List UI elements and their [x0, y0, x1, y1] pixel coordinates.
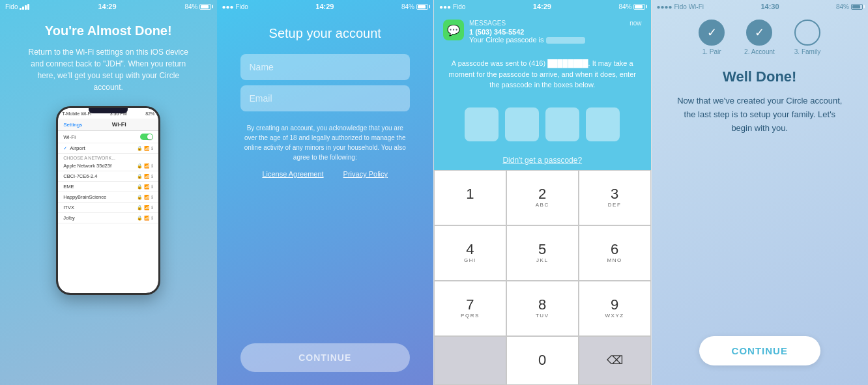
time-4: 14:30: [760, 3, 779, 10]
step-2-circle: ✓: [746, 20, 772, 46]
phone-notch: [89, 108, 128, 113]
key-9[interactable]: 9 WXYZ: [579, 281, 651, 336]
checkmark-icon: ✓: [63, 146, 67, 151]
choose-network-label: CHOOSE A NETWORK...: [58, 154, 158, 161]
email-input[interactable]: [240, 85, 411, 111]
time-3: 14:29: [533, 3, 551, 10]
panel2-content: Setup your account By creating an accoun…: [217, 13, 434, 385]
time-2: 14:29: [315, 3, 334, 10]
carrier-1: Fido: [5, 3, 18, 10]
battery-pct-2: 84%: [401, 3, 414, 10]
step-3-circle: [794, 20, 820, 46]
passcode-box-2: [505, 107, 539, 141]
passcode-info: A passcode was sent to (416) ████████. I…: [434, 50, 651, 98]
network-item-4: ITVX 🔒 📶 ℹ: [58, 203, 158, 213]
battery-pct-3: 84%: [618, 3, 631, 10]
key-2[interactable]: 2 ABC: [506, 170, 579, 225]
battery-icon-4: [851, 4, 863, 10]
battery-icon-1: [199, 4, 211, 10]
continue-button-4[interactable]: CONTINUE: [699, 336, 820, 365]
status-right-3: 84%: [618, 3, 645, 10]
airport-label: Airport: [70, 145, 85, 151]
phone-screen: T-Mobile Wi-Fi 3:30 PM 82% Settings Wi-F…: [58, 108, 158, 293]
signal-1: [20, 4, 29, 10]
passcode-box-1: [465, 107, 499, 141]
links-row: License Agreement Privacy Policy: [262, 170, 388, 178]
name-input[interactable]: [240, 54, 411, 80]
key-4[interactable]: 4 GHI: [434, 225, 506, 281]
key-6[interactable]: 6 MNO: [579, 225, 651, 281]
notif-time: now: [629, 20, 641, 27]
panel2-title: Setup your account: [269, 26, 381, 41]
status-bar-3: ●●● Fido 14:29 84%: [434, 0, 651, 13]
status-right-4: 84%: [836, 3, 863, 10]
notif-header: MESSAGES now: [469, 20, 642, 27]
notification-banner: 💬 MESSAGES now 1 (503) 345-5542 Your Cir…: [434, 13, 651, 50]
step-account: ✓ 2. Account: [744, 20, 775, 55]
delete-icon: ⌫: [607, 353, 623, 367]
status-right-1: 84%: [184, 3, 211, 10]
resend-link[interactable]: Didn't get a passcode?: [434, 150, 651, 170]
status-bar-1: Fido 14:29 84%: [0, 0, 217, 13]
step-2-label: 2. Account: [744, 48, 775, 55]
license-link[interactable]: License Agreement: [262, 170, 323, 178]
panel4-body: Now that we've created your Circle accou…: [675, 94, 845, 135]
continue-button-2[interactable]: CONTINUE: [240, 343, 411, 372]
passcode-boxes: [434, 98, 651, 150]
airport-row: ✓ Airport 🔒 📶 ℹ: [58, 143, 158, 154]
key-delete[interactable]: ⌫: [579, 336, 651, 385]
panel4-title: Well Done!: [723, 68, 796, 85]
step-1-circle: ✓: [699, 20, 725, 46]
step-3-label: 3. Family: [794, 48, 821, 55]
key-8[interactable]: 8 TUV: [506, 281, 579, 336]
battery-pct-4: 84%: [836, 3, 849, 10]
messages-icon: 💬: [443, 20, 464, 40]
carrier-2: ●●● Fido: [222, 3, 248, 10]
carrier-3: ●●● Fido: [439, 3, 465, 10]
key-1[interactable]: 1: [434, 170, 506, 225]
network-item-3: HappyBrainScience 🔒 📶 ℹ: [58, 192, 158, 203]
key-7[interactable]: 7 PQRS: [434, 281, 506, 336]
wifi-toggle-row: Wi-Fi: [58, 131, 158, 143]
keypad: 1 2 ABC 3 DEF 4 GHI 5 JKL 6 MNO 7 PQRS 8: [434, 170, 651, 385]
key-5[interactable]: 5 JKL: [506, 225, 579, 281]
step-1-label: 1. Pair: [702, 48, 721, 55]
ios-battery: 82%: [145, 111, 154, 116]
step-pair: ✓ 1. Pair: [699, 20, 725, 55]
network-item-2: EME 🔒 📶 ℹ: [58, 182, 158, 192]
battery-pct-1: 84%: [184, 3, 197, 10]
ios-back: Settings: [63, 122, 82, 128]
privacy-link[interactable]: Privacy Policy: [343, 170, 388, 178]
notif-app-name: MESSAGES: [469, 20, 506, 27]
wifi-toggle-switch: [140, 134, 153, 140]
panel1-title: You're Almost Done!: [45, 23, 172, 38]
notif-sender: 1 (503) 345-5542: [469, 28, 642, 36]
status-left-4: ●●●● Fido Wi-Fi: [657, 3, 704, 10]
panel-almost-done: Fido 14:29 84% You're Almost Done! Retur…: [0, 0, 217, 385]
network-item-1: CBCI-7CE6-2.4 🔒 📶 ℹ: [58, 171, 158, 182]
status-bar-4: ●●●● Fido Wi-Fi 14:30 84%: [652, 0, 869, 13]
panel-well-done: ●●●● Fido Wi-Fi 14:30 84% ✓ 1. Pair ✓ 2.…: [652, 0, 869, 385]
step-family: 3. Family: [794, 20, 821, 55]
panel-passcode: ●●● Fido 14:29 84% 💬 MESSAGES now 1 (503…: [433, 0, 652, 385]
status-bar-2: ●●● Fido 14:29 84%: [217, 0, 434, 13]
key-0[interactable]: 0: [506, 336, 579, 385]
notification-content: MESSAGES now 1 (503) 345-5542 Your Circl…: [469, 20, 642, 44]
network-item-0: Apple Network 35d23f 🔒 📶 ℹ: [58, 161, 158, 171]
status-left-3: ●●● Fido: [439, 3, 465, 10]
time-1: 14:29: [98, 3, 116, 10]
panel1-subtitle: Return to the Wi-Fi settings on this iOS…: [23, 46, 193, 93]
key-empty: [434, 336, 506, 385]
disclaimer-text: By creating an account, you acknowledge …: [240, 123, 411, 162]
passcode-box-3: [545, 107, 579, 141]
ios-wifi-title: Wi-Fi: [85, 121, 153, 128]
status-left-1: Fido: [5, 3, 29, 10]
wifi-label: Wi-Fi: [63, 134, 140, 140]
panel1-content: You're Almost Done! Return to the Wi-Fi …: [0, 13, 217, 385]
panel4-content: ✓ 1. Pair ✓ 2. Account 3. Family Well Do…: [652, 13, 869, 385]
notif-body: Your Circle passcode is: [469, 36, 642, 44]
status-left-2: ●●● Fido: [222, 3, 248, 10]
carrier-4: ●●●● Fido Wi-Fi: [657, 3, 704, 10]
key-3[interactable]: 3 DEF: [579, 170, 651, 225]
ios-header: Settings Wi-Fi: [58, 119, 158, 131]
